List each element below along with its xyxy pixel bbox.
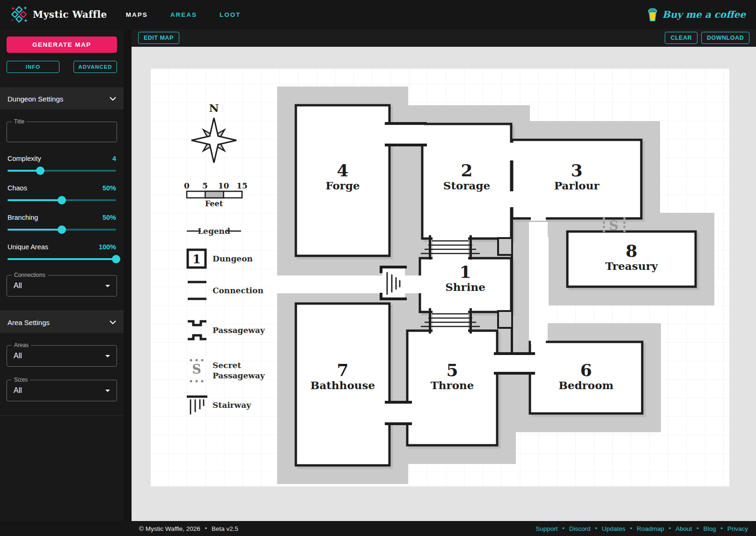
- slider-track[interactable]: [7, 199, 116, 201]
- title-field-wrap: Title: [7, 122, 117, 142]
- dungeon-map-svg[interactable]: S N: [132, 47, 756, 521]
- dropdown-caret-icon: [105, 355, 110, 357]
- connections-select[interactable]: Connections All: [7, 275, 117, 297]
- svg-text:10: 10: [218, 181, 229, 190]
- nav-item-maps[interactable]: MAPS: [126, 11, 148, 18]
- buy-me-a-coffee-link[interactable]: Buy me a coffee: [647, 7, 746, 22]
- map-canvas[interactable]: S N: [132, 47, 756, 521]
- connections-label: Connections: [12, 272, 48, 278]
- area-settings-title: Area Settings: [7, 319, 50, 326]
- slider-label: Unique Areas: [7, 243, 48, 251]
- footer-version: Beta v2.5: [212, 525, 238, 532]
- footer-links: Support•Discord•Updates•Roadmap•About•Bl…: [536, 525, 748, 532]
- svg-text:Bathhouse: Bathhouse: [310, 379, 375, 391]
- slider-branching: Branching50%: [7, 214, 117, 231]
- footer-link-updates[interactable]: Updates: [602, 525, 625, 532]
- mystic-waffle-logo-icon: [11, 6, 27, 23]
- legend-label-passageway: Passageway: [213, 326, 265, 335]
- main-area: EDIT MAP CLEAR DOWNLOAD: [124, 29, 756, 521]
- svg-text:1: 1: [192, 252, 201, 266]
- svg-text:0: 0: [184, 181, 190, 190]
- svg-text:Treasury: Treasury: [605, 260, 658, 272]
- title-field-label: Title: [12, 118, 27, 125]
- secret-passage-s: S: [609, 218, 618, 233]
- svg-text:Shrine: Shrine: [445, 281, 485, 293]
- svg-text:8: 8: [625, 241, 637, 261]
- area-settings-panel: Areas All Sizes All: [0, 333, 124, 416]
- area-settings-header[interactable]: Area Settings: [0, 311, 124, 333]
- clear-button[interactable]: CLEAR: [665, 32, 697, 44]
- svg-text:4: 4: [337, 160, 348, 180]
- nav-links: MAPS AREAS LOOT: [126, 11, 241, 18]
- svg-text:3: 3: [571, 160, 582, 180]
- info-button[interactable]: INFO: [7, 61, 59, 73]
- sizes-value: All: [14, 386, 22, 395]
- compass-north-label: N: [209, 101, 219, 114]
- dungeon-settings-title: Dungeon Settings: [7, 95, 63, 103]
- navbar: Mystic Waffle MAPS AREAS LOOT Buy me a c…: [0, 0, 756, 29]
- footer-link-separator: •: [563, 525, 565, 532]
- svg-text:Forge: Forge: [325, 179, 360, 192]
- nav-item-loot[interactable]: LOOT: [220, 11, 241, 18]
- nav-item-areas[interactable]: AREAS: [170, 11, 197, 18]
- slider-track[interactable]: [7, 170, 116, 172]
- legend-title: Legend: [198, 226, 230, 236]
- edit-map-button[interactable]: EDIT MAP: [138, 32, 179, 44]
- footer-link-support[interactable]: Support: [536, 525, 558, 532]
- legend-label-secret: Secret: [213, 361, 241, 370]
- footer-link-separator: •: [595, 525, 597, 532]
- slider-value: 50%: [103, 184, 116, 192]
- svg-text:6: 6: [580, 360, 592, 380]
- svg-text:Storage: Storage: [443, 179, 490, 192]
- scale-unit: Feet: [205, 199, 223, 208]
- generate-map-button[interactable]: GENERATE MAP: [7, 36, 117, 53]
- slider-value: 4: [112, 155, 116, 162]
- svg-text:15: 15: [236, 181, 248, 190]
- svg-text:Throne: Throne: [431, 379, 474, 391]
- slider-track[interactable]: [7, 258, 116, 260]
- legend-label-dungeon: Dungeon: [213, 254, 253, 263]
- dungeon-settings-header[interactable]: Dungeon Settings: [0, 87, 124, 109]
- slider-thumb[interactable]: [58, 196, 66, 204]
- footer-link-separator: •: [697, 525, 698, 532]
- svg-text:Parlour: Parlour: [554, 179, 600, 192]
- footer-link-about[interactable]: About: [675, 525, 692, 532]
- footer: © Mystic Waffle, 2026 • Beta v2.5 Suppor…: [0, 521, 756, 536]
- app-root: Mystic Waffle MAPS AREAS LOOT Buy me a c…: [0, 0, 756, 536]
- legend-label-stairway: Stairway: [213, 400, 251, 410]
- sliders-container: Complexity4Chaos50%Branching50%Unique Ar…: [7, 155, 117, 260]
- advanced-button[interactable]: ADVANCED: [73, 61, 117, 73]
- slider-unique-areas: Unique Areas100%: [7, 243, 117, 260]
- footer-link-discord[interactable]: Discord: [569, 525, 591, 532]
- map-toolbar: EDIT MAP CLEAR DOWNLOAD: [132, 29, 756, 47]
- slider-label: Complexity: [7, 155, 41, 162]
- dropdown-caret-icon: [105, 390, 110, 392]
- slider-thumb[interactable]: [58, 225, 66, 234]
- slider-complexity: Complexity4: [7, 155, 117, 172]
- footer-link-separator: •: [630, 525, 632, 532]
- brand-title: Mystic Waffle: [33, 9, 107, 20]
- areas-select[interactable]: Areas All: [7, 345, 117, 367]
- slider-thumb[interactable]: [36, 167, 44, 175]
- title-input[interactable]: [7, 122, 117, 142]
- svg-text:7: 7: [337, 360, 348, 380]
- slider-label: Chaos: [7, 184, 27, 192]
- brand[interactable]: Mystic Waffle: [11, 6, 107, 23]
- svg-text:5: 5: [202, 181, 208, 190]
- areas-value: All: [14, 352, 22, 360]
- slider-track[interactable]: [7, 229, 116, 231]
- dungeon-settings-panel: Title Complexity4Chaos50%Branching50%Uni…: [0, 109, 124, 311]
- svg-text:1: 1: [459, 262, 471, 282]
- slider-thumb[interactable]: [112, 255, 120, 263]
- coffee-label: Buy me a coffee: [662, 9, 746, 20]
- footer-link-roadmap[interactable]: Roadmap: [637, 525, 664, 532]
- slider-chaos: Chaos50%: [7, 184, 117, 201]
- footer-link-separator: •: [669, 525, 671, 532]
- download-button[interactable]: DOWNLOAD: [701, 32, 749, 44]
- slider-value: 50%: [103, 214, 116, 221]
- sizes-select[interactable]: Sizes All: [7, 380, 117, 401]
- sidebar: GENERATE MAP INFO ADVANCED Dungeon Setti…: [0, 29, 124, 521]
- connections-value: All: [14, 282, 22, 290]
- footer-link-blog[interactable]: Blog: [704, 525, 716, 532]
- footer-link-privacy[interactable]: Privacy: [727, 525, 748, 532]
